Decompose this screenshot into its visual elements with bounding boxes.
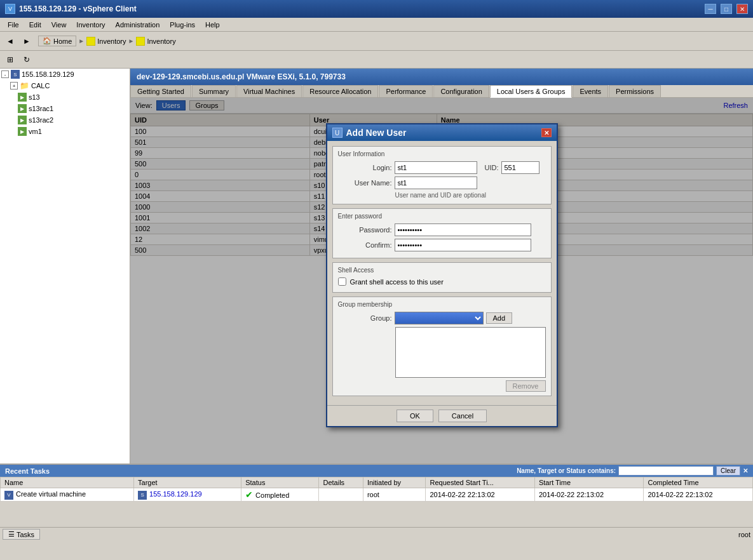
tab-virtual-machines[interactable]: Virtual Machines <box>236 85 302 97</box>
tab-events[interactable]: Events <box>573 85 608 97</box>
tab-local-users-groups[interactable]: Local Users & Groups <box>490 85 573 98</box>
tasks-col-requested: Requested Start Ti... <box>426 477 534 488</box>
menu-edit[interactable]: Edit <box>24 20 46 30</box>
menu-plugins[interactable]: Plug-ins <box>165 20 200 30</box>
group-label: Group: <box>338 314 392 322</box>
sidebar-s13rac1-label: s13rac1 <box>29 105 53 112</box>
host-expand[interactable]: - <box>1 70 9 78</box>
login-label: Login: <box>338 164 392 171</box>
nav-inventory2[interactable]: Inventory <box>136 37 175 46</box>
task-cell-initiatedBy: root <box>363 488 426 502</box>
tasks-col-start: Start Time <box>534 477 643 488</box>
shell-access-checkbox[interactable] <box>338 277 346 286</box>
tasks-clear-button[interactable]: Clear <box>716 466 740 476</box>
tasks-col-initiated: Initiated by <box>363 477 426 488</box>
username-label: User Name: <box>338 179 392 187</box>
password-input[interactable] <box>395 223 531 236</box>
group-membership-title: Group membership <box>338 301 546 308</box>
sidebar-s13rac2[interactable]: ▶ s13rac2 <box>0 114 130 126</box>
tab-performance[interactable]: Performance <box>379 85 433 97</box>
folder-icon: 📁 <box>20 81 29 90</box>
menu-view[interactable]: View <box>46 20 72 30</box>
minimize-button[interactable]: ─ <box>705 4 716 14</box>
main-area: - S 155.158.129.129 + 📁 CALC ▶ s13 ▶ s13… <box>0 69 753 463</box>
username-row: User Name: <box>338 177 546 189</box>
status-text: Completed <box>255 491 289 499</box>
task-cell-name: VCreate virtual machine <box>1 488 134 502</box>
tasks-filter-input[interactable] <box>618 466 714 476</box>
calc-expand[interactable]: + <box>10 82 18 90</box>
sidebar-s13[interactable]: ▶ s13 <box>0 91 130 103</box>
tasks-tab[interactable]: ☰ Tasks <box>3 529 40 540</box>
tasks-close-icon[interactable]: ✕ <box>743 467 748 474</box>
back-button[interactable]: ◄ <box>3 34 18 48</box>
dialog-title-text: Add New User <box>346 128 538 138</box>
sidebar-host[interactable]: - S 155.158.129.129 <box>0 69 130 80</box>
confirm-input[interactable] <box>395 239 531 251</box>
tab-configuration[interactable]: Configuration <box>433 85 489 97</box>
tasks-tbody: VCreate virtual machineS155.158.129.129✔… <box>1 488 753 502</box>
tasks-tab-label: Tasks <box>17 531 34 538</box>
add-button[interactable]: ⊞ <box>3 53 18 67</box>
tasks-col-completed: Completed Time <box>644 477 753 488</box>
tab-getting-started[interactable]: Getting Started <box>130 85 191 97</box>
login-input[interactable] <box>395 161 477 174</box>
sidebar-calc-label: CALC <box>31 82 50 90</box>
group-select[interactable] <box>395 312 484 324</box>
home-button[interactable]: 🏠 Home <box>38 36 76 46</box>
content-area: dev-129-129.smcebi.us.edu.pl VMware ESXi… <box>130 69 753 463</box>
tasks-col-details: Details <box>319 477 363 488</box>
password-label: Password: <box>338 226 392 234</box>
forward-button[interactable]: ► <box>19 34 34 48</box>
uid-note: User name and UID are optional <box>395 192 546 199</box>
group-list <box>395 327 546 378</box>
inventory-icon2 <box>136 37 145 46</box>
recent-tasks-panel: Recent Tasks Name, Target or Status cont… <box>0 463 753 527</box>
nav-inventory1[interactable]: Inventory <box>86 37 126 46</box>
ok-button[interactable]: OK <box>397 410 433 422</box>
confirm-label: Confirm: <box>338 241 392 249</box>
dialog-title-bar: U Add New User ✕ <box>327 124 557 141</box>
password-section: Enter password Password: Confirm: <box>332 208 552 258</box>
refresh-toolbar-button[interactable]: ↻ <box>19 53 34 67</box>
app-icon: V <box>5 4 15 14</box>
dialog-close-button[interactable]: ✕ <box>541 128 552 137</box>
vm-icon-vm1: ▶ <box>18 127 27 136</box>
cancel-button[interactable]: Cancel <box>438 410 487 422</box>
dialog-footer: OK Cancel <box>327 405 557 426</box>
recent-tasks-title: Recent Tasks <box>5 467 50 475</box>
close-button[interactable]: ✕ <box>736 4 748 14</box>
menu-help[interactable]: Help <box>200 20 225 30</box>
home-label: Home <box>53 37 72 45</box>
task-cell-startTime: 2014-02-22 22:13:02 <box>534 488 643 502</box>
task-row[interactable]: VCreate virtual machineS155.158.129.129✔… <box>1 488 753 502</box>
group-add-button[interactable]: Add <box>486 312 513 324</box>
sidebar-vm1[interactable]: ▶ vm1 <box>0 126 130 137</box>
sidebar-calc[interactable]: + 📁 CALC <box>0 80 130 91</box>
tasks-col-name: Name <box>1 477 134 488</box>
password-row: Password: <box>338 223 546 236</box>
task-name-icon: V <box>4 491 13 500</box>
tab-permissions[interactable]: Permissions <box>609 85 661 97</box>
sidebar-s13rac1[interactable]: ▶ s13rac1 <box>0 103 130 114</box>
menu-file[interactable]: File <box>3 20 24 30</box>
tab-summary[interactable]: Summary <box>192 85 236 97</box>
task-cell-details <box>319 488 363 502</box>
group-row: Group: Add <box>338 312 546 324</box>
status-bar: ☰ Tasks root <box>0 527 753 541</box>
menu-administration[interactable]: Administration <box>111 20 165 30</box>
confirm-row: Confirm: <box>338 239 546 251</box>
title-bar: V 155.158.129.129 - vSphere Client ─ □ ✕ <box>0 0 753 18</box>
tab-resource-allocation[interactable]: Resource Allocation <box>302 85 378 97</box>
menu-bar: File Edit View Inventory Administration … <box>0 18 753 32</box>
status-ok-icon: ✔ <box>245 490 255 500</box>
group-remove-button[interactable]: Remove <box>506 380 546 392</box>
vm-icon-s13rac1: ▶ <box>18 104 27 113</box>
uid-input[interactable] <box>501 161 539 174</box>
sidebar-host-label: 155.158.129.129 <box>22 70 74 78</box>
task-target-link[interactable]: 155.158.129.129 <box>149 490 202 498</box>
menu-inventory[interactable]: Inventory <box>71 20 110 30</box>
username-input[interactable] <box>395 177 477 189</box>
maximize-button[interactable]: □ <box>721 4 732 14</box>
modal-overlay: U Add New User ✕ User Information Login:… <box>130 98 753 463</box>
